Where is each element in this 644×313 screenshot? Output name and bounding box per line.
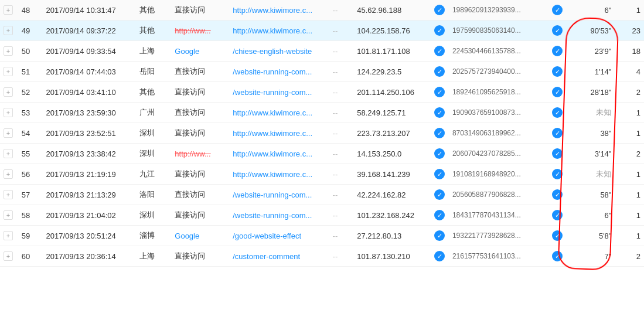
visitor-ip: 101.232.168.242 — [353, 205, 431, 226]
visit-source: 直接访问 — [171, 103, 229, 123]
expand-button[interactable]: + — [4, 26, 13, 35]
check-icon2: ✓ — [552, 87, 563, 97]
check-icon-col: ✓ — [431, 185, 449, 205]
check-icon: ✓ — [434, 66, 445, 77]
row-number: 54 — [18, 123, 43, 144]
page-count: 1 — [615, 185, 644, 205]
visitor-id: 2056058877906828... — [449, 185, 548, 205]
visitor-id: 2060704237078285... — [449, 144, 548, 164]
dash-col: -- — [329, 21, 354, 41]
check-icon-col: ✓ — [431, 164, 449, 185]
page-count: 4 — [615, 62, 644, 82]
visitor-ip: 39.168.141.239 — [353, 164, 431, 185]
entry-page: /customer-comment — [229, 246, 329, 267]
visit-city: 淄博 — [136, 226, 171, 246]
entry-page: /website-running-com... — [229, 62, 329, 82]
visitor-ip: 101.87.130.210 — [353, 246, 431, 267]
check-icon: ✓ — [434, 5, 445, 15]
visit-date: 2017/09/13 23:52:51 — [43, 123, 136, 144]
visit-city: 岳阳 — [136, 62, 171, 82]
check-icon-col: ✓ — [431, 82, 449, 103]
visit-duration: 3'14" — [567, 144, 615, 164]
visit-source: http://ww... — [171, 21, 229, 41]
entry-page: http://www.kiwimore.c... — [229, 123, 329, 144]
page-count: 18 — [615, 41, 644, 62]
entry-page: http://www.kiwimore.c... — [229, 0, 329, 21]
row-number: 55 — [18, 144, 43, 164]
visit-date: 2017/09/13 20:51:24 — [43, 226, 136, 246]
check-icon-col: ✓ — [431, 0, 449, 21]
visit-source: 直接访问 — [171, 246, 229, 267]
expand-button[interactable]: + — [4, 231, 13, 240]
check-icon2-col: ✓ — [548, 123, 567, 144]
page-count: 2 — [615, 246, 644, 267]
check-icon2: ✓ — [552, 46, 563, 56]
dash-col: -- — [329, 246, 354, 267]
visitor-id: 1843177870431134... — [449, 205, 548, 226]
check-icon2-col: ✓ — [548, 0, 567, 21]
check-icon2-col: ✓ — [548, 41, 567, 62]
expand-button[interactable]: + — [4, 149, 13, 158]
entry-page: /chiese-english-website — [229, 41, 329, 62]
table-row: +512017/09/14 07:44:03岳阳直接访问/website-run… — [0, 62, 644, 82]
entry-page: http://www.kiwimore.c... — [229, 164, 329, 185]
expand-button[interactable]: + — [4, 190, 13, 199]
visit-date: 2017/09/14 10:31:47 — [43, 0, 136, 21]
expand-button[interactable]: + — [4, 87, 13, 97]
dash-col: -- — [329, 123, 354, 144]
expand-button[interactable]: + — [4, 169, 13, 179]
visit-source: 直接访问 — [171, 82, 229, 103]
expand-button[interactable]: + — [4, 67, 13, 76]
dash-col: -- — [329, 103, 354, 123]
table-row: +562017/09/13 21:19:19九江直接访问http://www.k… — [0, 164, 644, 185]
visit-city: 其他 — [136, 21, 171, 41]
expand-button[interactable]: + — [4, 108, 13, 117]
page-count: 1 — [615, 0, 644, 21]
visit-duration: 7" — [567, 246, 615, 267]
check-icon: ✓ — [434, 148, 445, 159]
table-row: +542017/09/13 23:52:51深圳直接访问http://www.k… — [0, 123, 644, 144]
visit-duration: 28'18" — [567, 82, 615, 103]
entry-page: http://www.kiwimore.c... — [229, 144, 329, 164]
row-number: 60 — [18, 246, 43, 267]
visit-duration: 未知 — [567, 164, 615, 185]
visit-date: 2017/09/14 07:44:03 — [43, 62, 136, 82]
dash-col: -- — [329, 62, 354, 82]
expand-button[interactable]: + — [4, 128, 13, 138]
entry-page: http://www.kiwimore.c... — [229, 103, 329, 123]
entry-page: /website-running-com... — [229, 205, 329, 226]
row-number: 56 — [18, 164, 43, 185]
visit-duration: 1'14" — [567, 62, 615, 82]
visit-source: 直接访问 — [171, 205, 229, 226]
visit-source: 直接访问 — [171, 0, 229, 21]
visit-city: 深圳 — [136, 123, 171, 144]
table-row: +572017/09/13 21:13:29洛阳直接访问/website-run… — [0, 185, 644, 205]
visitor-id: 2161577531641103... — [449, 246, 548, 267]
visit-date: 2017/09/13 21:13:29 — [43, 185, 136, 205]
expand-button[interactable]: + — [4, 251, 13, 261]
check-icon-col: ✓ — [431, 226, 449, 246]
visit-duration: 38" — [567, 123, 615, 144]
visitor-ip: 223.73.213.207 — [353, 123, 431, 144]
visit-duration: 5'8" — [567, 226, 615, 246]
entry-page: http://www.kiwimore.c... — [229, 21, 329, 41]
page-count: 1 — [615, 226, 644, 246]
expand-button[interactable]: + — [4, 46, 13, 56]
check-icon-col: ✓ — [431, 103, 449, 123]
visit-date: 2017/09/13 23:59:30 — [43, 103, 136, 123]
check-icon2: ✓ — [552, 66, 563, 77]
expand-button[interactable]: + — [4, 5, 13, 15]
check-icon: ✓ — [434, 25, 445, 36]
table-row: +552017/09/13 23:38:42深圳http://ww...http… — [0, 144, 644, 164]
check-icon: ✓ — [434, 107, 445, 118]
visit-city: 其他 — [136, 82, 171, 103]
visit-city: 洛阳 — [136, 185, 171, 205]
check-icon2: ✓ — [552, 25, 563, 36]
check-icon-col: ✓ — [431, 41, 449, 62]
check-icon2-col: ✓ — [548, 205, 567, 226]
visit-duration: 58" — [567, 185, 615, 205]
expand-button[interactable]: + — [4, 210, 13, 220]
visitor-ip: 42.224.162.82 — [353, 185, 431, 205]
dash-col: -- — [329, 41, 354, 62]
table-row: +522017/09/14 03:41:10其他直接访问/website-run… — [0, 82, 644, 103]
